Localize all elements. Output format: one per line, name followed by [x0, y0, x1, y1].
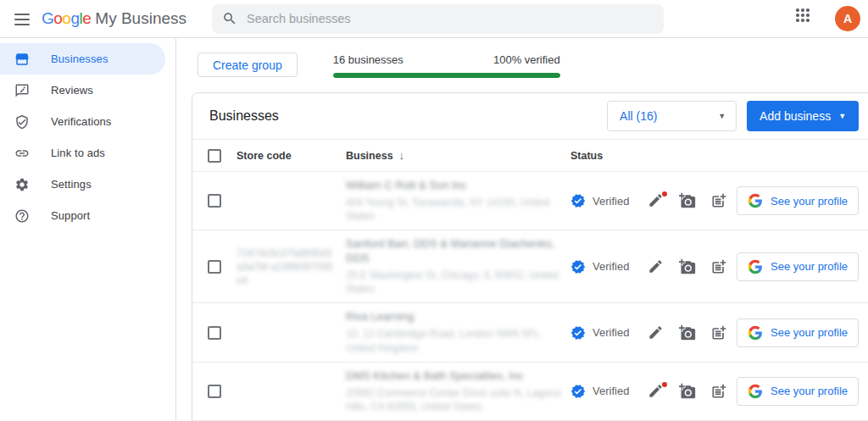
alert-dot: [662, 382, 667, 387]
add-post-icon[interactable]: [710, 383, 727, 400]
see-your-profile-button[interactable]: See your profile: [737, 252, 859, 281]
card-title: Businesses: [209, 108, 279, 124]
alert-dot: [662, 191, 667, 197]
sidebar-item-support[interactable]: Support: [0, 200, 165, 231]
header-status: Status: [570, 150, 648, 162]
google-g-icon: [748, 325, 763, 341]
sidebar-item-businesses[interactable]: Businesses: [0, 43, 165, 75]
sidebar-item-label: Verifications: [51, 115, 111, 128]
row-checkbox[interactable]: [208, 385, 221, 398]
product-name: My Business: [95, 9, 186, 28]
google-g-icon: [748, 193, 763, 208]
business-cell: DMS Kitchen & Bath Specialties, Inc 2098…: [346, 369, 570, 413]
main-content: Create group 16 businesses 100% verified…: [176, 38, 868, 421]
select-all-checkbox[interactable]: [208, 149, 221, 163]
see-your-profile-button[interactable]: See your profile: [737, 377, 859, 406]
app-logo[interactable]: Google My Business: [42, 9, 186, 28]
status-cell: Verified: [570, 325, 648, 341]
add-business-button[interactable]: Add business ▼: [747, 101, 859, 131]
create-group-button[interactable]: Create group: [198, 53, 298, 77]
business-address: 10, 12 Cambridge Road, London NW6 5FL, U…: [346, 327, 570, 354]
add-photo-icon[interactable]: [679, 192, 696, 209]
row-actions: [648, 192, 737, 209]
edit-icon[interactable]: [648, 383, 665, 400]
hamburger-icon[interactable]: [14, 14, 30, 25]
see-your-profile-button[interactable]: See your profile: [737, 186, 859, 215]
business-address: 25 E Washington St, Chicago, IL 60602, U…: [346, 269, 570, 296]
edit-icon[interactable]: [648, 192, 665, 209]
progress-fill: [333, 73, 560, 78]
sidebar-item-settings[interactable]: Settings: [0, 169, 165, 200]
sidebar-item-verifications[interactable]: Verifications: [0, 106, 165, 137]
row-checkbox[interactable]: [208, 326, 221, 340]
business-name: Sanford Barr, DDS & Marianne Diachenko, …: [346, 237, 570, 266]
row-actions: [648, 258, 737, 275]
google-g-icon: [748, 259, 763, 274]
verified-badge-icon: [570, 325, 586, 341]
edit-icon[interactable]: [648, 258, 665, 275]
status-label: Verified: [593, 260, 629, 273]
business-name: William C Rott & Son Inc: [346, 179, 570, 193]
business-name: Riva Learning: [346, 310, 570, 324]
row-actions: [648, 324, 737, 341]
table-row: 72474c5c37fa8f45d3a3a7bf a2398097035cd S…: [192, 230, 868, 303]
row-checkbox[interactable]: [208, 260, 221, 274]
search-input[interactable]: [247, 12, 654, 25]
apps-grid-icon[interactable]: [792, 4, 821, 33]
sidebar-item-label: Reviews: [51, 84, 93, 97]
help-icon: [14, 208, 30, 224]
header-store-code: Store code: [236, 150, 346, 162]
verified-badge-icon: [570, 193, 586, 208]
add-post-icon[interactable]: [710, 192, 727, 209]
status-cell: Verified: [570, 384, 648, 399]
add-post-icon[interactable]: [710, 258, 727, 275]
status-label: Verified: [593, 195, 629, 208]
link-icon: [14, 146, 30, 161]
filter-value: All (16): [620, 109, 657, 123]
add-photo-icon[interactable]: [679, 324, 696, 341]
storefront-icon: [14, 52, 30, 67]
business-cell: Riva Learning 10, 12 Cambridge Road, Lon…: [346, 310, 570, 354]
header-business[interactable]: Business ↓: [346, 149, 570, 162]
table-row: Riva Learning 10, 12 Cambridge Road, Lon…: [192, 303, 868, 362]
topbar: Google My Business A: [0, 0, 868, 38]
status-cell: Verified: [570, 259, 648, 274]
chevron-down-icon: ▼: [718, 112, 726, 120]
status-label: Verified: [593, 326, 629, 339]
business-cell: William C Rott & Son Inc 404 Young St, T…: [346, 179, 570, 223]
see-your-profile-button[interactable]: See your profile: [737, 319, 859, 347]
progress-bar: [333, 73, 560, 78]
sidebar: BusinessesReviewsVerificationsLink to ad…: [0, 38, 176, 421]
add-photo-icon[interactable]: [679, 383, 696, 400]
table-body: William C Rott & Son Inc 404 Young St, T…: [192, 172, 868, 421]
sidebar-item-link-to-ads[interactable]: Link to ads: [0, 137, 165, 169]
row-actions: [648, 383, 737, 400]
verification-progress: 16 businesses 100% verified: [333, 53, 560, 78]
filter-dropdown[interactable]: All (16) ▼: [607, 101, 737, 131]
business-address: 20982 Commerce Center Drive suite N, Lag…: [346, 386, 570, 413]
verified-badge-icon: [570, 259, 586, 274]
business-name: DMS Kitchen & Bath Specialties, Inc: [346, 369, 570, 384]
add-photo-icon[interactable]: [679, 258, 696, 275]
edit-icon[interactable]: [648, 324, 665, 341]
rate-review-icon: [14, 83, 30, 98]
verified-badge-icon: [570, 384, 586, 399]
sidebar-item-label: Businesses: [51, 53, 108, 65]
sidebar-item-label: Support: [51, 209, 90, 222]
shield-check-icon: [14, 114, 30, 130]
businesses-card: Businesses All (16) ▼ Add business ▼ Sto…: [192, 92, 868, 421]
row-checkbox[interactable]: [208, 194, 221, 208]
avatar[interactable]: A: [835, 6, 860, 31]
add-post-icon[interactable]: [710, 324, 727, 341]
search-bar[interactable]: [212, 4, 664, 34]
table-row: William C Rott & Son Inc 404 Young St, T…: [192, 172, 868, 230]
gear-icon: [14, 177, 30, 192]
google-g-icon: [748, 384, 763, 399]
sidebar-item-reviews[interactable]: Reviews: [0, 75, 165, 106]
business-address: 404 Young St, Tonawanda, NY 14150, Unite…: [346, 196, 570, 223]
chevron-down-icon: ▼: [838, 112, 846, 120]
arrow-down-icon: ↓: [399, 149, 405, 162]
google-wordmark: Google: [42, 9, 91, 28]
sidebar-item-label: Link to ads: [51, 147, 105, 159]
status-cell: Verified: [570, 193, 648, 208]
